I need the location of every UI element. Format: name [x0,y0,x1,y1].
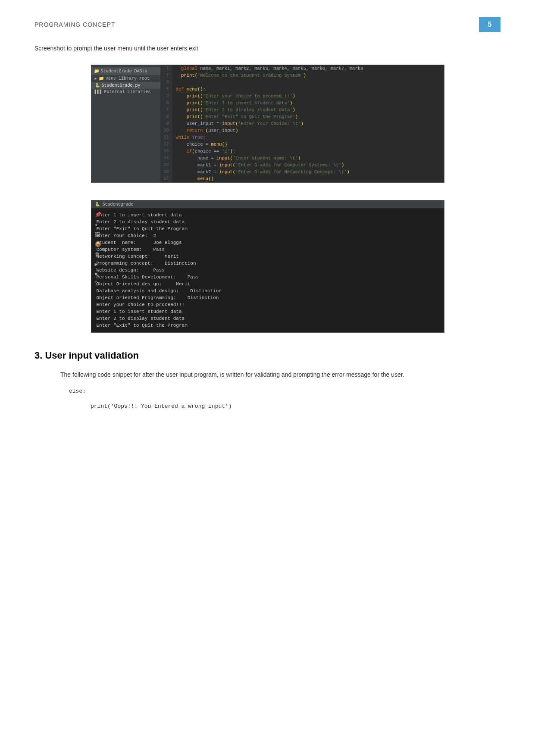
code-line-5: 5 print('Enter your choice to proceed!!!… [160,93,444,100]
code-line-6: 6 print('Enter 1 to insert student data'… [160,100,444,106]
terminal-line-6: Computer system: Pass [97,246,422,253]
code-line-4: 4 def menu(): [160,86,444,93]
terminal-icon-label: 🐍 [95,202,100,207]
ide-code-area: 1 global name, mark1, mark2, mark3, mark… [160,65,444,182]
ide-project-header: 📁 StudentGrade DAStu [91,67,160,75]
terminal-line-14: Enter your choice to proceed!!! [97,301,422,308]
print-block: print('Oops!!! You Entered a wrong input… [91,403,501,409]
terminal-line-15: Enter 1 to insert student data [97,308,422,315]
code-line-11: 11 while True: [160,134,444,141]
ide-sidebar-item-venv[interactable]: ▶ 📁 venv library root [91,75,160,82]
sidebar-venv-label: venv library root [106,76,150,81]
terminal-container: 🐍 Studentgrade 📌 ★ 🖼 📦 🗑 ▶ ✖ ? Enter 1 t… [91,200,444,333]
code-line-12: 12 choice = menu() [160,141,444,148]
code-line-13: 13 if(choice == '1'): [160,148,444,155]
terminal-title: Studentgrade [103,202,134,207]
terminal-line-16: Enter 2 to display student data [97,315,422,322]
code-line-3: 3 [160,79,444,86]
terminal-line-11: Object Oriented design: Merit [97,281,422,287]
terminal-line-2: Enter 2 to display student data [97,219,422,225]
code-line-15: 15 mark1 = input('Enter Grades for Compu… [160,162,444,169]
sidebar-file-label: StudentGrade.py [102,83,141,88]
code-line-17: 17 menu() [160,175,444,182]
terminal-trash-icon[interactable]: 🗑 [95,251,101,258]
terminal-line-12: Database analysis and design: Distinctio… [97,287,422,294]
ide-screenshot: 📁 StudentGrade DAStu ▶ 📁 venv library ro… [91,65,444,183]
ide-project-name: StudentGrade DAStu [101,69,147,74]
terminal-star-icon[interactable]: ★ [95,222,101,228]
terminal-body: 📌 ★ 🖼 📦 🗑 ▶ ✖ ? Enter 1 to insert studen… [91,208,444,332]
terminal-line-17: Enter "Exit" to Quit the Program [97,322,422,329]
terminal-line-10: Personal Skills Development: Pass [97,274,422,281]
terminal-box-icon[interactable]: 📦 [95,241,101,248]
else-label: else: [69,388,86,394]
terminal-header: 🐍 Studentgrade [91,200,444,208]
terminal-line-9: Website design: Pass [97,267,422,274]
arrow-icon: ▶ [95,76,97,81]
ide-sidebar-item-studentgrade[interactable]: 🐍 StudentGrade.py [91,82,160,89]
print-label: print('Oops!!! You Entered a wrong input… [91,403,232,409]
terminal-image-icon[interactable]: 🖼 [95,231,101,238]
page-number: 5 [479,17,501,32]
code-line-1: 1 global name, mark1, mark2, mark3, mark… [160,65,444,72]
sidebar-libs-label: External Libraries [104,90,151,94]
python-file-icon: 🐍 [95,83,100,88]
page-header: PROGRAMING CONCEPT 5 [34,17,501,32]
terminal-line-7: Networking Concept: Merit [97,253,422,260]
section3-heading: 3. User input validation [34,350,501,361]
else-block: else: [69,388,501,394]
code-line-7: 7 print('Enter 2 to display student data… [160,106,444,113]
page-container: PROGRAMING CONCEPT 5 Screenshot to promp… [0,0,535,756]
code-line-9: 9 user_input = input('Enter Your Choice:… [160,120,444,127]
terminal-run-icon[interactable]: ▶ [95,261,101,268]
terminal-icon-bar: 📌 ★ 🖼 📦 🗑 ▶ ✖ ? [95,212,101,287]
code-line-2: 2 print('Welcome to the Student Grading … [160,72,444,79]
terminal-pin-icon[interactable]: 📌 [95,212,101,218]
terminal-line-5: Student name: Joe Bloggs [97,239,422,246]
terminal-close-icon[interactable]: ✖ [95,271,101,278]
ide-sidebar-item-external-libs[interactable]: ▌▌▌ External Libraries [91,89,160,95]
folder-icon: 📁 [94,69,99,74]
terminal-line-13: Object oriented Programming: Distinction [97,294,422,301]
section3-paragraph: The following code snippet for after the… [34,370,501,379]
terminal-line-1: Enter 1 to insert student data [97,212,422,219]
page-title: PROGRAMING CONCEPT [34,21,116,28]
terminal-question-icon[interactable]: ? [95,281,101,287]
library-icon: ▌▌▌ [95,90,103,94]
screenshot-label: Screenshot to prompt the user menu until… [34,45,501,52]
code-line-10: 10 return (user_input) [160,127,444,134]
code-line-8: 8 print('Enter "Exit" to Quit the Progra… [160,113,444,120]
ide-sidebar: 📁 StudentGrade DAStu ▶ 📁 venv library ro… [91,65,160,182]
folder-icon: 📁 [99,76,104,81]
code-line-16: 16 mark2 = input('Enter Grades for Netwo… [160,169,444,175]
code-line-14: 14 name = input('Enter student name: \t'… [160,155,444,162]
terminal-line-3: Enter "Exit" to Quit the Program [97,225,422,232]
terminal-line-4: Enter Your Choice: 2 [97,232,422,239]
section3-paragraph-text: The following code snippet for after the… [60,370,404,379]
terminal-line-8: Programming concept: Distinction [97,260,422,267]
